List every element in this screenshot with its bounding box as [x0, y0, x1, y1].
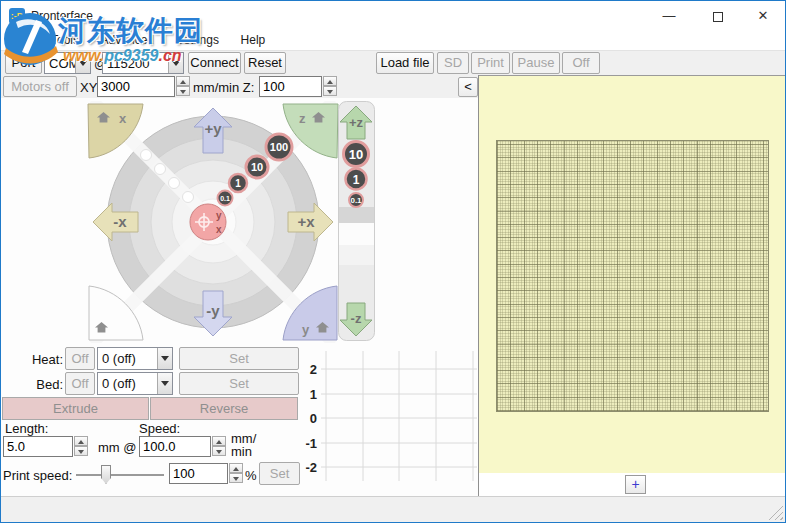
sd-button[interactable]: SD [437, 52, 469, 74]
zoom-in-button[interactable]: + [625, 475, 646, 494]
z-band[interactable] [339, 223, 374, 245]
plus-x-label: +x [297, 213, 315, 230]
spin-up-icon[interactable] [229, 463, 243, 473]
heat-off-button[interactable]: Off [65, 347, 95, 370]
menu-settings[interactable]: Settings [167, 31, 228, 49]
port-button[interactable]: Port [5, 52, 42, 74]
spin-down-icon[interactable] [229, 473, 243, 483]
minus-y-label: -y [206, 302, 220, 319]
menu-bar: File Tools Advanced Settings Help [1, 31, 785, 51]
load-file-button[interactable]: Load file [376, 52, 434, 74]
chevron-down-icon[interactable] [157, 373, 172, 394]
extrude-speed-input[interactable] [139, 436, 211, 457]
menu-tools[interactable]: Tools [42, 31, 88, 49]
reset-button[interactable]: Reset [244, 52, 286, 74]
spin-down-icon[interactable] [212, 446, 226, 456]
spin-up-icon[interactable] [176, 76, 190, 86]
z-feedrate-input[interactable] [259, 76, 322, 97]
heat-label: Heat: [29, 352, 63, 367]
spin-up-icon[interactable] [212, 436, 226, 446]
baud-select[interactable]: 115200 [102, 52, 184, 74]
heat-set-button[interactable]: Set [179, 347, 299, 370]
spin-up-icon[interactable] [323, 76, 337, 86]
z-feedrate-label: mm/min Z: [193, 80, 254, 95]
pause-button[interactable]: Pause [512, 52, 560, 74]
minus-z-label: -z [351, 311, 362, 326]
build-plate-grid[interactable] [496, 140, 769, 412]
spin-up-icon[interactable] [74, 436, 88, 446]
xy-feedrate-input[interactable] [97, 76, 175, 97]
chevron-down-icon[interactable] [168, 53, 183, 73]
z-step-1-badge[interactable]: 1 [346, 169, 367, 190]
z-step-10-badge[interactable]: 10 [344, 142, 369, 167]
graph-tick: -2 [299, 460, 317, 475]
print-speed-spinner[interactable] [229, 463, 243, 484]
xy-step-1-label: 1 [235, 178, 241, 189]
minimize-button[interactable]: — [646, 1, 692, 31]
close-button[interactable]: ✕ [740, 1, 786, 31]
jog-center-button[interactable]: y x [190, 204, 226, 240]
xy-feedrate-spinner[interactable] [176, 76, 190, 97]
print-speed-set-button[interactable]: Set [259, 462, 300, 485]
z-band[interactable] [339, 245, 374, 265]
jog-controls: x z y +y -y -x +x 100 10 1 0. [86, 101, 376, 343]
plus-z-label: +z [349, 115, 364, 130]
menu-file[interactable]: File [1, 31, 38, 49]
z-band[interactable] [339, 265, 374, 285]
motors-off-button[interactable]: Motors off [3, 76, 77, 97]
speed-label: Speed: [139, 421, 180, 436]
connect-button[interactable]: Connect [188, 52, 241, 74]
graph-tick: -1 [299, 436, 317, 451]
bed-temp-select[interactable]: 0 (off) [97, 372, 173, 395]
extrude-speed-spinner[interactable] [212, 436, 226, 457]
length-input[interactable] [3, 436, 73, 457]
chevron-down-icon[interactable] [75, 53, 90, 73]
xy-step-1-badge[interactable]: 1 [229, 174, 247, 192]
reverse-button[interactable]: Reverse [150, 397, 298, 420]
pronterface-window: :-D Pronterface — ✕ File Tools Advanced … [0, 0, 786, 523]
bed-temp-value: 0 (off) [102, 376, 136, 391]
heat-temp-select[interactable]: 0 (off) [97, 347, 173, 370]
z-step-10-label: 10 [349, 147, 363, 162]
spin-down-icon[interactable] [176, 86, 190, 96]
spin-down-icon[interactable] [74, 446, 88, 456]
port-select[interactable]: COM1 [44, 52, 91, 74]
z-step-01-badge[interactable]: 0.1 [349, 193, 363, 207]
length-spinner[interactable] [74, 436, 88, 457]
graph-tick: 0 [299, 411, 317, 426]
gcode-viewer[interactable] [479, 75, 786, 473]
center-x-label: x [216, 224, 222, 235]
menu-help[interactable]: Help [232, 31, 275, 49]
xy-step-01-badge[interactable]: 0.1 [218, 191, 233, 206]
print-speed-slider-track[interactable] [76, 474, 164, 476]
center-y-label: y [216, 210, 222, 221]
xy-step-10-badge[interactable]: 10 [246, 156, 268, 178]
status-bar [1, 496, 785, 522]
menu-advanced[interactable]: Advanced [92, 31, 163, 49]
home-x-label: x [119, 111, 127, 126]
baud-select-value: 115200 [107, 56, 149, 71]
bed-set-button[interactable]: Set [179, 372, 299, 395]
z-band[interactable] [339, 207, 374, 223]
z-feedrate-spinner[interactable] [323, 76, 337, 97]
off-button[interactable]: Off [562, 52, 600, 74]
bed-off-button[interactable]: Off [65, 372, 95, 395]
plus-y-label: +y [204, 120, 222, 137]
collapse-viewer-button[interactable]: < [458, 77, 478, 97]
z-step-01-label: 0.1 [350, 196, 362, 205]
xy-step-100-badge[interactable]: 100 [266, 134, 292, 160]
length-label: Length: [5, 421, 48, 436]
spin-down-icon[interactable] [323, 86, 337, 96]
resize-grip[interactable] [768, 505, 783, 520]
home-y-label: y [302, 322, 310, 337]
viewer-toolbar: + [479, 473, 786, 496]
print-button[interactable]: Print [471, 52, 510, 74]
chevron-down-icon[interactable] [157, 348, 172, 369]
extrude-button[interactable]: Extrude [2, 397, 149, 420]
title-bar[interactable]: :-D Pronterface — ✕ [1, 1, 785, 31]
mm-at-label: mm @ [98, 440, 136, 455]
temp-graph [319, 347, 479, 485]
maximize-button[interactable] [695, 1, 741, 31]
bed-label: Bed: [29, 377, 63, 392]
print-speed-input[interactable] [169, 463, 228, 484]
